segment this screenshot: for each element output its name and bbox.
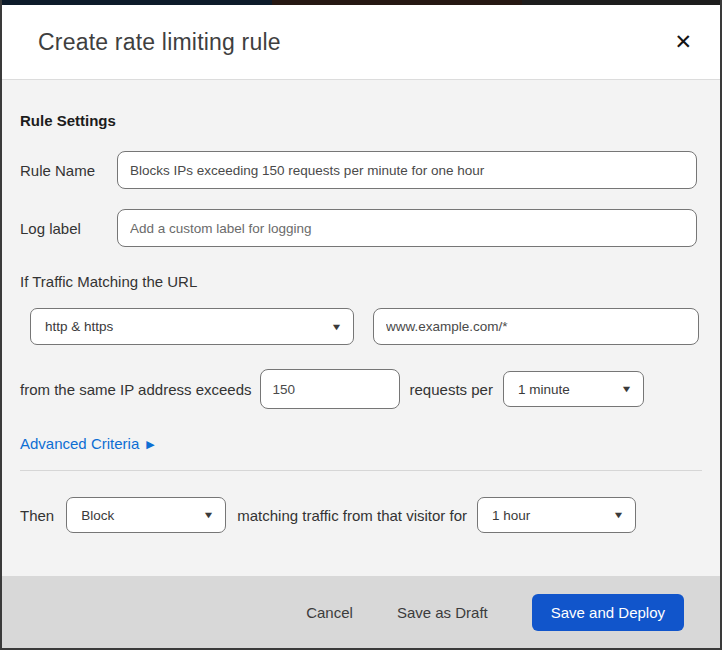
rule-name-row: Rule Name xyxy=(20,151,702,189)
rule-settings-heading: Rule Settings xyxy=(20,112,702,129)
close-icon[interactable]: ✕ xyxy=(668,28,698,57)
section-divider xyxy=(20,470,702,471)
scheme-select[interactable]: http & https ▼ xyxy=(30,308,354,345)
exceeds-text: from the same IP address exceeds xyxy=(20,381,252,398)
advanced-criteria-link[interactable]: Advanced Criteria ▶ xyxy=(20,435,155,452)
modal-body: Rule Settings Rule Name Log label If Tra… xyxy=(2,80,720,576)
threshold-row: from the same IP address exceeds request… xyxy=(20,369,702,409)
advanced-criteria-label: Advanced Criteria xyxy=(20,435,139,452)
action-select[interactable]: Block ▼ xyxy=(66,497,226,533)
rule-name-input[interactable] xyxy=(117,151,697,189)
modal-header: Create rate limiting rule ✕ xyxy=(2,5,720,80)
arrow-right-icon: ▶ xyxy=(146,438,154,451)
chevron-down-icon: ▼ xyxy=(613,510,625,520)
then-label: Then xyxy=(20,507,54,524)
scheme-select-value: http & https xyxy=(45,319,322,334)
modal-footer: Cancel Save as Draft Save and Deploy xyxy=(2,576,720,648)
requests-per-text: requests per xyxy=(410,381,493,398)
action-select-value: Block xyxy=(81,508,194,523)
save-and-deploy-button[interactable]: Save and Deploy xyxy=(532,594,684,631)
cancel-button[interactable]: Cancel xyxy=(306,604,353,621)
period-select[interactable]: 1 minute ▼ xyxy=(503,371,644,407)
log-label-input[interactable] xyxy=(117,209,697,247)
matching-traffic-text: matching traffic from that visitor for xyxy=(237,507,467,524)
url-match-row: http & https ▼ xyxy=(30,308,702,345)
period-select-value: 1 minute xyxy=(518,382,612,397)
threshold-input[interactable] xyxy=(260,369,400,409)
save-as-draft-button[interactable]: Save as Draft xyxy=(397,604,488,621)
chevron-down-icon: ▼ xyxy=(203,510,215,520)
log-label-label: Log label xyxy=(20,220,117,237)
chevron-down-icon: ▼ xyxy=(620,384,632,394)
duration-select[interactable]: 1 hour ▼ xyxy=(477,497,636,533)
log-label-row: Log label xyxy=(20,209,702,247)
traffic-matching-text: If Traffic Matching the URL xyxy=(20,273,702,290)
chevron-down-icon: ▼ xyxy=(331,322,343,332)
rule-name-label: Rule Name xyxy=(20,162,117,179)
duration-select-value: 1 hour xyxy=(492,508,604,523)
action-row: Then Block ▼ matching traffic from that … xyxy=(20,497,702,533)
modal-title: Create rate limiting rule xyxy=(38,29,668,56)
rate-limit-modal: Create rate limiting rule ✕ Rule Setting… xyxy=(0,0,722,650)
url-pattern-input[interactable] xyxy=(373,308,699,345)
